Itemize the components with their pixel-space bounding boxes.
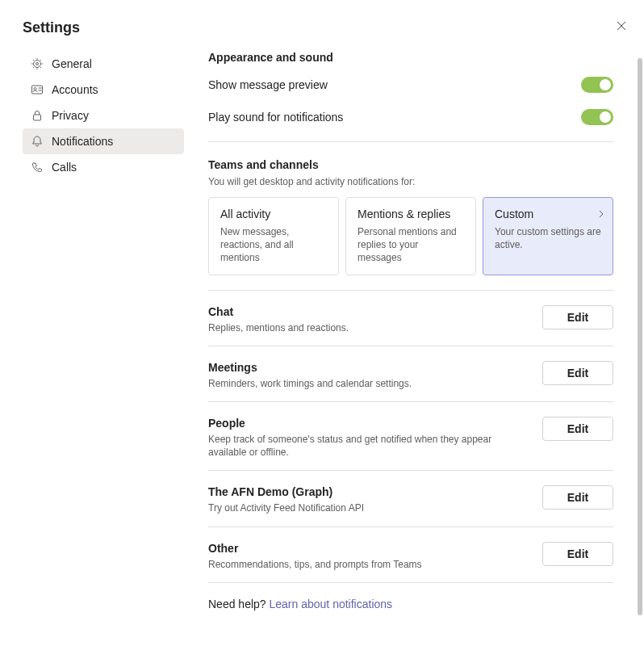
teams-subtext: You will get desktop and activity notifi… <box>208 176 613 187</box>
scrollbar[interactable] <box>638 58 642 615</box>
phone-icon <box>31 161 44 174</box>
row-title: People <box>208 417 529 430</box>
card-custom[interactable]: Custom Your custom settings are active. <box>483 197 613 275</box>
help-link[interactable]: Learn about notifications <box>270 598 393 610</box>
chevron-right-icon <box>598 209 604 219</box>
row-desc: Reminders, work timings and calendar set… <box>208 377 412 390</box>
card-title: All activity <box>220 208 327 220</box>
svg-rect-4 <box>34 115 41 120</box>
close-icon <box>617 21 626 31</box>
edit-afn-button[interactable]: Edit <box>542 485 613 510</box>
sidebar-item-notifications[interactable]: Notifications <box>23 128 184 154</box>
sidebar-item-general[interactable]: General <box>23 51 184 77</box>
lock-icon <box>31 109 44 122</box>
card-title: Mentions & replies <box>358 208 464 220</box>
sidebar-item-label: Privacy <box>52 109 89 122</box>
edit-chat-button[interactable]: Edit <box>542 305 613 329</box>
edit-other-button[interactable]: Edit <box>542 542 613 566</box>
card-title: Custom <box>495 208 601 220</box>
card-desc: Your custom settings are active. <box>495 225 601 251</box>
edit-meetings-button[interactable]: Edit <box>542 361 613 385</box>
row-chat: Chat Replies, mentions and reactions. Ed… <box>208 291 613 346</box>
card-desc: New messages, reactions, and all mention… <box>220 225 327 265</box>
row-title: The AFN Demo (Graph) <box>208 485 364 498</box>
row-meetings: Meetings Reminders, work timings and cal… <box>208 346 613 402</box>
appearance-heading: Appearance and sound <box>208 51 613 64</box>
svg-point-3 <box>34 88 36 90</box>
row-desc: Keep track of someone's status and get n… <box>208 433 529 459</box>
settings-content: Appearance and sound Show message previe… <box>184 51 628 646</box>
card-all-activity[interactable]: All activity New messages, reactions, an… <box>208 197 339 275</box>
sound-label: Play sound for notifications <box>208 111 343 124</box>
sidebar-item-privacy[interactable]: Privacy <box>23 103 184 128</box>
teams-heading: Teams and channels <box>208 158 613 171</box>
gear-icon <box>31 57 44 70</box>
divider <box>208 141 613 142</box>
sidebar-item-label: General <box>52 57 92 70</box>
sidebar-item-label: Notifications <box>52 135 113 148</box>
edit-people-button[interactable]: Edit <box>542 417 613 441</box>
card-desc: Personal mentions and replies to your me… <box>358 225 464 265</box>
sidebar-item-calls[interactable]: Calls <box>23 154 184 180</box>
row-other: Other Recommendations, tips, and prompts… <box>208 527 613 583</box>
sound-toggle[interactable] <box>581 109 613 125</box>
preview-toggle[interactable] <box>581 77 613 93</box>
help-row: Need help? Learn about notifications <box>208 583 613 633</box>
sidebar-item-label: Calls <box>52 161 77 174</box>
row-title: Chat <box>208 305 349 318</box>
close-button[interactable] <box>615 19 628 32</box>
card-mentions-replies[interactable]: Mentions & replies Personal mentions and… <box>345 197 476 275</box>
row-title: Other <box>208 542 422 555</box>
row-desc: Recommendations, tips, and prompts from … <box>208 558 422 571</box>
svg-point-0 <box>34 61 41 68</box>
row-desc: Replies, mentions and reactions. <box>208 321 349 334</box>
bell-icon <box>31 135 44 148</box>
page-title: Settings <box>23 19 80 36</box>
svg-rect-2 <box>32 86 43 94</box>
sidebar-item-label: Accounts <box>52 83 98 96</box>
help-prefix: Need help? <box>208 598 270 610</box>
sidebar-item-accounts[interactable]: Accounts <box>23 77 184 103</box>
svg-point-1 <box>36 63 39 65</box>
preview-label: Show message preview <box>208 78 328 91</box>
row-desc: Try out Activity Feed Notification API <box>208 501 364 514</box>
row-people: People Keep track of someone's status an… <box>208 402 613 471</box>
settings-sidebar: General Accounts Privacy Notifications <box>23 51 184 646</box>
row-afn-demo: The AFN Demo (Graph) Try out Activity Fe… <box>208 471 613 526</box>
row-title: Meetings <box>208 361 412 374</box>
accounts-icon <box>31 83 44 96</box>
